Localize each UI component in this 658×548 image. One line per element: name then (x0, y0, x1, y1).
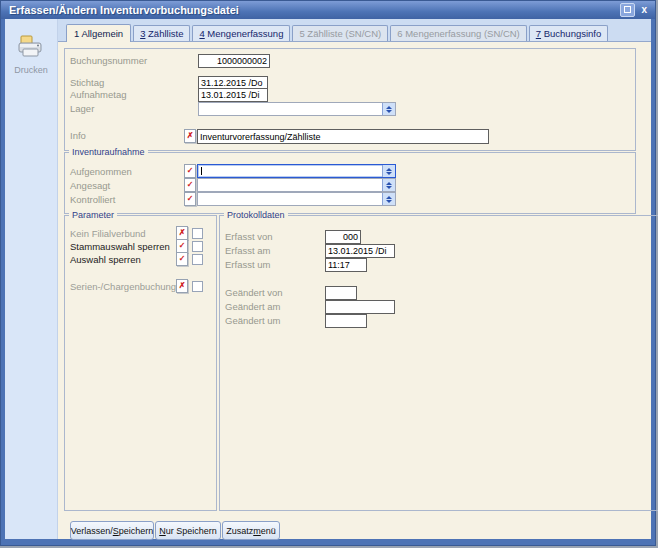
close-icon[interactable]: x (641, 4, 647, 16)
restore-icon[interactable] (620, 3, 635, 17)
tab-zaehlliste[interactable]: 3 Zählliste (133, 25, 190, 41)
edit-check-icon[interactable]: ✓ (176, 252, 188, 266)
kontrolliert-combobox[interactable] (197, 192, 396, 206)
buchungsnummer-field[interactable]: 1000000002 (198, 54, 270, 68)
kontrolliert-spin-button[interactable] (382, 193, 395, 205)
sidebar-item-label: Drucken (5, 65, 57, 75)
geaendert-am-field (325, 300, 395, 314)
kontrolliert-label: Kontrolliert (70, 194, 115, 205)
aufgenommen-spin-button[interactable] (382, 165, 395, 177)
client-area: Drucken 1 Allgemein 3 Zählliste 4 Mengen… (5, 19, 651, 539)
edit-check-icon[interactable]: ✓ (184, 192, 196, 206)
geaendert-um-label: Geändert um (225, 315, 280, 326)
titlebar: Erfassen/Ändern Inventurvorbuchungsdatei… (1, 1, 655, 19)
window-title: Erfassen/Ändern Inventurvorbuchungsdatei (1, 4, 239, 16)
lager-label: Lager (70, 103, 94, 114)
erfasst-von-label: Erfasst von (225, 231, 273, 242)
geaendert-am-label: Geändert am (225, 301, 280, 312)
window-shadow: Erfassen/Ändern Inventurvorbuchungsdatei… (0, 0, 658, 548)
info-label: Info (70, 130, 86, 141)
kein-filialverbund-label: Kein Filialverbund (70, 228, 146, 239)
zusatzmenu-button[interactable]: Zusatzmenü (222, 521, 280, 540)
verlassen-speichern-button[interactable]: Verlassen/Speichern (70, 521, 154, 540)
down-arrow-icon (386, 186, 392, 189)
parameter-group-label: Parameter (69, 210, 117, 220)
tab-page-allgemein: Buchungsnummer 1000000002 Stichtag 31.12… (58, 41, 651, 539)
stammauswahl-sperren-label: Stammauswahl sperren (70, 241, 170, 252)
up-arrow-icon (386, 106, 392, 109)
angesagt-combobox[interactable] (197, 178, 396, 192)
tab-mengenerfassung-sncn: 6 Mengenerfassung (SN/CN) (390, 25, 527, 41)
edit-x-icon[interactable]: ✗ (176, 226, 188, 240)
main-area: 1 Allgemein 3 Zählliste 4 Mengenerfassun… (58, 19, 651, 539)
down-arrow-icon (386, 172, 392, 175)
down-arrow-icon (386, 200, 392, 203)
buchungsnummer-label: Buchungsnummer (70, 55, 147, 66)
up-arrow-icon (386, 182, 392, 185)
tabstrip: 1 Allgemein 3 Zählliste 4 Mengenerfassun… (58, 19, 651, 41)
tab-buchungsinfo[interactable]: 7 Buchungsinfo (529, 25, 609, 41)
edit-check-icon[interactable]: ✓ (184, 178, 196, 192)
erfasst-am-label: Erfasst am (225, 245, 270, 256)
kein-filialverbund-checkbox[interactable] (192, 228, 203, 239)
edit-check-icon[interactable]: ✓ (184, 164, 196, 178)
tab-mengenerfassung[interactable]: 4 Mengenerfassung (192, 25, 290, 41)
tab-zaehlliste-sncn: 5 Zählliste (SN/CN) (292, 25, 388, 41)
nur-speichern-button[interactable]: Nur Speichern (155, 521, 221, 540)
down-arrow-icon (386, 110, 392, 113)
app-window: Erfassen/Ändern Inventurvorbuchungsdatei… (0, 0, 656, 546)
lager-spin-button[interactable] (382, 103, 395, 115)
protokolldaten-group-label: Protokolldaten (224, 210, 288, 220)
erfasst-am-field: 13.01.2015 /Di (325, 244, 395, 258)
serien-chargenbuchung-checkbox[interactable] (192, 281, 203, 292)
edit-check-icon[interactable]: ✓ (176, 239, 188, 253)
erfasst-um-label: Erfasst um (225, 259, 270, 270)
aufnahmetag-field[interactable]: 13.01.2015 /Di (198, 88, 268, 102)
geaendert-von-label: Geändert von (225, 287, 283, 298)
aufgenommen-combobox[interactable] (197, 164, 396, 178)
aufnahmetag-label: Aufnahmetag (70, 89, 127, 100)
erfasst-um-field: 11:17 (325, 258, 367, 272)
printer-icon (17, 35, 45, 59)
protokolldaten-group: Protokolldaten (219, 215, 658, 511)
edit-x-icon[interactable]: ✗ (184, 129, 196, 143)
sidebar: Drucken (5, 19, 58, 539)
text-caret (201, 167, 202, 175)
geaendert-von-field (325, 286, 357, 300)
erfasst-von-field: 000 (325, 230, 361, 244)
angesagt-spin-button[interactable] (382, 179, 395, 191)
up-arrow-icon (386, 168, 392, 171)
edit-x-icon[interactable]: ✗ (176, 279, 188, 293)
serien-chargenbuchung-label: Serien-/Chargenbuchung (70, 281, 176, 292)
auswahl-sperren-label: Auswahl sperren (70, 254, 141, 265)
geaendert-um-field (325, 314, 367, 328)
stichtag-label: Stichtag (70, 77, 104, 88)
info-field[interactable]: Inventurvorerfassung/Zählliste (197, 129, 489, 144)
angesagt-label: Angesagt (70, 180, 110, 191)
lager-combobox[interactable] (198, 102, 396, 116)
aufgenommen-label: Aufgenommen (70, 166, 132, 177)
auswahl-sperren-checkbox[interactable] (192, 254, 203, 265)
stammauswahl-sperren-checkbox[interactable] (192, 241, 203, 252)
up-arrow-icon (386, 196, 392, 199)
sidebar-item-drucken[interactable]: Drucken (5, 35, 57, 75)
inventuraufnahme-group-label: Inventuraufnahme (69, 147, 148, 157)
tab-allgemein[interactable]: 1 Allgemein (66, 24, 131, 42)
